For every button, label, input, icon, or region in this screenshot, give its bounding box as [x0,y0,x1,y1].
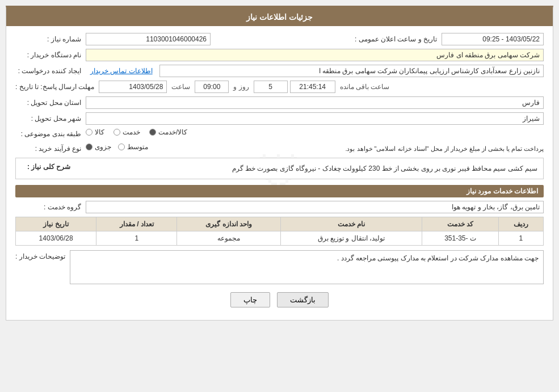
buyer-notes-section: توضیحات خریدار : جهت مشاهده مدارک شرکت د… [15,250,544,284]
description-label: شرح کلی نیاز : [22,163,73,171]
process-motovaset[interactable]: متوسط [118,143,148,151]
table-header-row-num: ردیف [498,217,543,231]
table-cell-row_num: 1 [498,231,543,246]
service-group-label: گروه خدمت : [15,203,83,211]
classification-kala-khadamat[interactable]: کالا/خدمت [149,128,187,136]
table-header-quantity: تعداد / مقدار [96,217,177,231]
table-header-need-date: تاریخ نیاز [16,217,96,231]
classification-kala-khadamat-radio[interactable] [149,129,156,136]
creator-value: نازنین زارع سعدآبادی کارشناس ارزیابی پیم… [159,65,544,77]
deadline-days-value: 5 [254,81,288,93]
deadline-row: مهلت ارسال پاسخ: تا تاریخ : 1403/05/28 س… [15,81,544,93]
process-description: پرداخت تمام یا بخشی از مبلغ خریدار از مح… [150,145,544,153]
service-group-row: گروه خدمت : تامین برق، گاز، بخار و تهویه… [15,201,544,213]
requester-label: نام دستگاه خریدار : [15,51,83,59]
province-label: استان محل تحویل : [15,99,83,107]
table-header-service-code: کد خدمت [422,217,498,231]
main-card: جزئیات اطلاعات نیاز 🛡 شماره نیاز : 11030… [6,6,553,321]
process-type-label: نوع فرآیند خرید : [15,145,83,153]
table-header-unit: واحد اندازه گیری [177,217,280,231]
creator-row: ایجاد کننده درخواست : اطلاعات تماس خریدا… [15,65,544,77]
table-cell-unit: مجموعه [177,231,280,246]
creator-label: ایجاد کننده درخواست : [15,67,83,75]
city-row: شهر محل تحویل : شیراز [15,112,544,125]
classification-options: کالا خدمت کالا/خدمت [86,128,187,136]
requester-value: شرکت سهامی برق منطقه ای فارس [86,49,544,61]
footer-buttons: بازگشت چاپ [15,292,544,313]
province-value: فارس [86,96,544,109]
deadline-date-value: 1403/05/28 [99,81,167,93]
table-row: 1ت -35-351تولید، انتقال و توزیع برقمجموع… [16,231,544,246]
buyer-notes-label: توضیحات خریدار : [15,250,65,260]
deadline-days-label: روز و [231,83,251,91]
table-cell-quantity: 1 [96,231,177,246]
print-button[interactable]: چاپ [230,292,270,307]
need-number-value: 1103001046000426 [86,33,211,45]
buyer-notes-value: جهت مشاهده مدارک شرکت در استعلام به مدار… [70,250,544,284]
announcement-date-label: تاریخ و ساعت اعلان عمومی : [355,35,439,43]
services-section-title: اطلاعات خدمات مورد نیاز [15,185,544,197]
page-title: جزئیات اطلاعات نیاز [246,12,313,22]
process-motovaset-label: متوسط [127,143,148,151]
table-cell-need_date: 1403/06/28 [16,231,96,246]
deadline-remaining-label: ساعت باقی مانده [338,83,392,91]
classification-row: طبقه بندی موضوعی : کالا خدمت کالا/خدمت [15,128,544,140]
creator-link[interactable]: اطلاعات تماس خریدار [86,67,157,75]
requester-row: نام دستگاه خریدار : شرکت سهامی برق منطقه… [15,49,544,61]
process-jozvi-radio[interactable] [86,144,93,150]
description-section: شرح کلی نیاز : سیم کشی سیم محافظ فیبر نو… [15,158,544,179]
classification-kala-label: کالا [95,128,104,136]
classification-label: طبقه بندی موضوعی : [15,130,83,138]
process-options: جزوی متوسط [86,143,148,151]
classification-kala[interactable]: کالا [86,128,104,136]
city-value: شیراز [86,112,544,125]
table-header-service-name: نام خدمت [280,217,422,231]
table-cell-service_name: تولید، انتقال و توزیع برق [280,231,422,246]
announcement-date-value: 1403/05/22 - 09:25 [442,33,544,45]
need-number-row: شماره نیاز : 1103001046000426 تاریخ و سا… [15,33,544,45]
classification-kala-khadamat-label: کالا/خدمت [158,128,187,136]
process-jozvi[interactable]: جزوی [86,143,111,151]
deadline-label: مهلت ارسال پاسخ: تا تاریخ : [15,83,96,91]
need-number-label: شماره نیاز : [15,35,83,43]
card-body: 🛡 شماره نیاز : 1103001046000426 تاریخ و … [6,26,553,320]
deadline-time-label: ساعت [169,83,192,91]
province-row: استان محل تحویل : فارس [15,96,544,109]
classification-khadamat-radio[interactable] [114,129,120,136]
services-table: ردیف کد خدمت نام خدمت واحد اندازه گیری ت… [15,217,544,246]
process-motovaset-radio[interactable] [118,144,125,150]
back-button[interactable]: بازگشت [277,292,329,307]
classification-kala-radio[interactable] [86,129,93,136]
classification-khadamat-label: خدمت [123,128,140,136]
card-header: جزئیات اطلاعات نیاز [6,8,553,26]
city-label: شهر محل تحویل : [15,115,83,123]
table-cell-service_code: ت -35-351 [422,231,498,246]
process-type-row: نوع فرآیند خرید : جزوی متوسط پرداخت تمام… [15,143,544,154]
page-wrapper: جزئیات اطلاعات نیاز 🛡 شماره نیاز : 11030… [0,0,559,392]
description-value: سیم کشی سیم محافظ فیبر نوری بر روی بخشی … [77,163,537,174]
service-group-value: تامین برق، گاز، بخار و تهویه هوا [86,201,544,213]
process-jozvi-label: جزوی [95,143,111,151]
deadline-remaining-value: 21:45:14 [290,81,335,93]
classification-khadamat[interactable]: خدمت [114,128,140,136]
deadline-time-value: 09:00 [195,81,229,93]
